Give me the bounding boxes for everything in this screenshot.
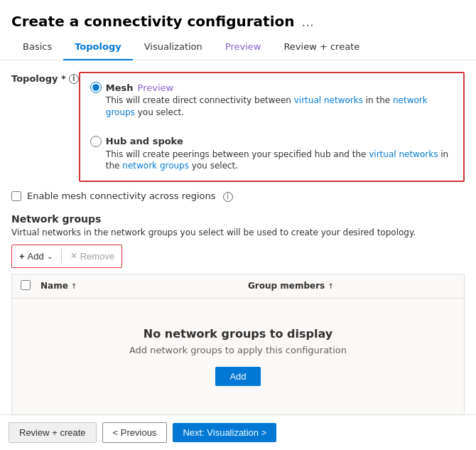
header: Create a connectivity configuration ... <box>0 0 476 36</box>
review-create-button[interactable]: Review + create <box>9 422 97 443</box>
mesh-vnet-link[interactable]: virtual networks <box>294 95 363 105</box>
group-members-column-header[interactable]: Group members ↑ <box>248 281 455 291</box>
main-content: Topology * i Mesh Preview This will crea… <box>0 60 476 414</box>
enable-mesh-label: Enable mesh connectivity across regions … <box>27 191 233 202</box>
mesh-description: This will create direct connectivity bet… <box>90 95 453 119</box>
network-groups-toolbar: + Add ⌄ ✕ Remove <box>11 245 122 268</box>
network-groups-title: Network groups <box>11 213 465 225</box>
topology-info-icon[interactable]: i <box>69 74 79 84</box>
remove-button[interactable]: ✕ Remove <box>63 248 121 264</box>
topology-field-row: Topology * i Mesh Preview This will crea… <box>11 72 465 182</box>
option-separator <box>90 124 453 130</box>
empty-desc: Add network groups to apply this configu… <box>129 345 347 355</box>
name-sort-icon: ↑ <box>71 282 77 290</box>
enable-mesh-info-icon[interactable]: i <box>223 192 233 202</box>
group-members-sort-icon: ↑ <box>328 282 333 290</box>
topology-label: Topology * i <box>11 72 79 84</box>
mesh-option: Mesh Preview This will create direct con… <box>90 82 453 119</box>
x-icon: ✕ <box>70 251 77 261</box>
mesh-label: Mesh <box>106 82 134 93</box>
hub-spoke-network-groups-link[interactable]: network groups <box>122 161 189 171</box>
mesh-network-groups-link[interactable]: network groups <box>106 95 428 117</box>
more-options-icon[interactable]: ... <box>301 14 313 29</box>
mesh-radio[interactable] <box>90 82 102 93</box>
plus-icon: + <box>19 251 25 262</box>
empty-state: No network groups to display Add network… <box>12 299 464 414</box>
network-groups-table: Name ↑ Group members ↑ No network groups… <box>11 274 465 414</box>
tab-topology[interactable]: Topology <box>63 36 132 60</box>
footer: Review + create < Previous Next: Visuali… <box>0 414 476 450</box>
previous-button[interactable]: < Previous <box>102 422 168 443</box>
tab-review-create[interactable]: Review + create <box>272 36 371 60</box>
page-title: Create a connectivity configuration <box>11 13 294 30</box>
enable-mesh-checkbox[interactable] <box>11 191 21 201</box>
network-groups-section: Network groups Virtual networks in the n… <box>11 213 465 414</box>
add-button[interactable]: + Add ⌄ <box>12 248 60 264</box>
empty-title: No network groups to display <box>144 327 332 341</box>
name-column-header[interactable]: Name ↑ <box>40 281 248 291</box>
select-all-checkbox[interactable] <box>21 280 31 290</box>
tab-preview[interactable]: Preview <box>214 36 273 60</box>
toolbar-divider <box>61 249 62 263</box>
hub-spoke-option: Hub and spoke This will create peerings … <box>90 136 453 173</box>
topology-options-box: Mesh Preview This will create direct con… <box>79 72 465 182</box>
add-chevron-icon: ⌄ <box>47 252 53 260</box>
hub-spoke-description: This will create peerings between your s… <box>90 149 453 173</box>
page-wrapper: Create a connectivity configuration ... … <box>0 0 476 450</box>
hub-spoke-label: Hub and spoke <box>106 136 183 146</box>
tab-visualization[interactable]: Visualization <box>133 36 214 60</box>
next-button[interactable]: Next: Visualization > <box>173 423 276 442</box>
table-header-row: Name ↑ Group members ↑ <box>12 274 464 299</box>
hub-spoke-radio[interactable] <box>90 136 102 147</box>
enable-mesh-row: Enable mesh connectivity across regions … <box>11 191 465 202</box>
mesh-preview-badge: Preview <box>138 82 174 93</box>
hub-spoke-vnet-link[interactable]: virtual networks <box>369 149 438 159</box>
empty-state-add-button[interactable]: Add <box>215 367 260 386</box>
tabs-bar: Basics Topology Visualization Preview Re… <box>0 36 476 60</box>
network-groups-desc: Virtual networks in the network groups y… <box>11 227 465 237</box>
tab-basics[interactable]: Basics <box>11 36 63 60</box>
